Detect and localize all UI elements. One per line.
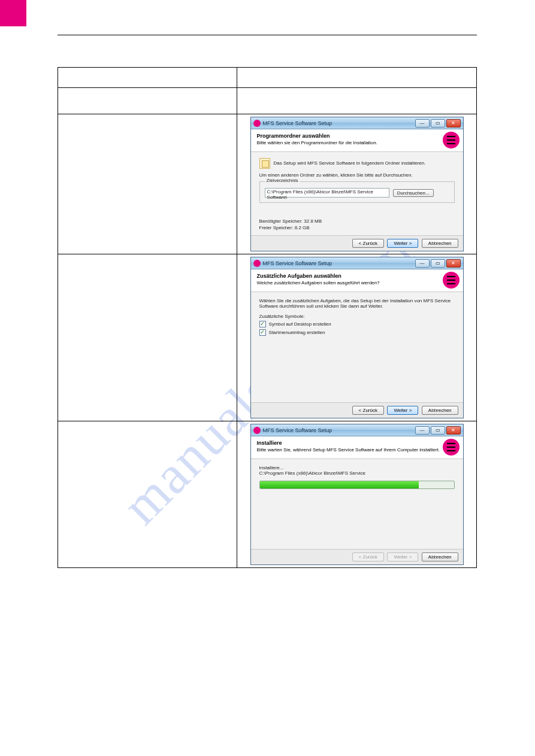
destination-groupbox: Zielverzeichnis C:\Program Files (x86)\A… (259, 181, 455, 203)
desktop-shortcut-checkbox[interactable] (259, 321, 266, 327)
cell-shot-3: MFS Service Software Setup — ▭ ✕ Install… (237, 421, 477, 568)
required-space-label: Benötigter Speicher: (259, 218, 303, 224)
installer-window-2: MFS Service Software Setup — ▭ ✕ Zusätzl… (250, 257, 464, 418)
installer-window-3: MFS Service Software Setup — ▭ ✕ Install… (250, 424, 464, 565)
wizard-body: Installiere... C:\Program Files (x86)\Ab… (251, 459, 463, 549)
cancel-button[interactable]: Abbrechen (422, 406, 458, 415)
desktop-shortcut-label: Symbol auf Desktop erstellen (269, 321, 331, 327)
cancel-button[interactable]: Abbrechen (422, 552, 458, 561)
minimize-button[interactable]: — (415, 119, 430, 127)
wizard-header-subtitle: Welche zusätzlichen Aufgaben sollen ausg… (257, 280, 457, 286)
body-text-2: Um einen anderen Ordner zu wählen, klick… (259, 172, 455, 178)
wizard-button-bar: < Zurück Weiter > Abbrechen (251, 549, 463, 564)
progress-bar (259, 481, 455, 489)
body-text-1: Das Setup wird MFS Service Software in f… (274, 160, 426, 166)
brand-logo-icon (443, 132, 460, 148)
wizard-header-title: Zusätzliche Aufgaben auswählen (257, 273, 457, 279)
folder-icon (259, 158, 270, 169)
next-button[interactable]: Weiter > (387, 406, 418, 415)
titlebar[interactable]: MFS Service Software Setup — ▭ ✕ (251, 424, 463, 436)
page-top-rule (58, 35, 477, 35)
wizard-body: Das Setup wird MFS Service Software in f… (251, 152, 463, 235)
disk-space-info: Benötigter Speicher: 32.8 MB Freier Spei… (259, 218, 455, 230)
wizard-header: Zusätzliche Aufgaben auswählen Welche zu… (251, 269, 463, 292)
wizard-header: Programmordner auswählen Bitte wählen si… (251, 129, 463, 152)
groupbox-label: Zielverzeichnis (265, 178, 300, 183)
wizard-header: Installiere Bitte warten Sie, während Se… (251, 436, 463, 459)
maximize-button[interactable]: ▭ (431, 426, 445, 435)
install-status-path: C:\Program Files (x86)\Abicor Binzel\MFS… (259, 470, 455, 476)
free-space-value: 8.2 GB (295, 225, 310, 230)
cell-desc-1 (58, 114, 237, 254)
wizard-header-subtitle: Bitte wählen sie den Programmordner für … (257, 140, 457, 145)
app-icon (253, 120, 261, 127)
wizard-header-title: Installiere (257, 440, 457, 446)
free-space-label: Freier Speicher: (259, 225, 294, 230)
installer-window-1: MFS Service Software Setup — ▭ ✕ Program… (250, 117, 464, 251)
cell-desc-3 (58, 421, 237, 568)
install-status-label: Installiere... (259, 465, 455, 470)
wizard-body: Wählen Sie die zusätzlichen Aufgaben, di… (251, 292, 463, 402)
cell-blank-2b (237, 88, 477, 114)
next-button: Weiter > (387, 552, 418, 561)
close-button[interactable]: ✕ (446, 426, 461, 435)
browse-button[interactable]: Durchsuchen... (393, 189, 434, 197)
body-text-1: Wählen Sie die zusätzlichen Aufgaben, di… (259, 298, 455, 309)
cell-blank-2a (58, 88, 237, 114)
wizard-button-bar: < Zurück Weiter > Abbrechen (251, 235, 463, 251)
back-button[interactable]: < Zurück (352, 239, 384, 248)
window-title: MFS Service Software Setup (263, 120, 415, 126)
next-button[interactable]: Weiter > (387, 239, 418, 248)
titlebar[interactable]: MFS Service Software Setup — ▭ ✕ (251, 257, 463, 269)
startmenu-entry-label: Startmenueintrag erstellen (269, 330, 325, 335)
checkbox-section-label: Zusätzliche Symbole: (259, 314, 455, 319)
minimize-button[interactable]: — (415, 259, 430, 268)
cancel-button[interactable]: Abbrechen (422, 239, 458, 248)
cell-blank-1b (237, 68, 477, 88)
app-icon (253, 260, 261, 267)
window-title: MFS Service Software Setup (263, 260, 415, 266)
progress-fill (260, 481, 419, 488)
maximize-button[interactable]: ▭ (431, 259, 445, 268)
install-path-field[interactable]: C:\Program Files (x86)\Abicor Binzel\MFS… (265, 188, 389, 198)
cell-blank-1a (58, 68, 237, 88)
back-button: < Zurück (352, 552, 384, 561)
window-title: MFS Service Software Setup (263, 427, 415, 433)
page-corner-tab (0, 0, 26, 26)
brand-logo-icon (443, 439, 460, 456)
app-icon (253, 427, 261, 434)
titlebar[interactable]: MFS Service Software Setup — ▭ ✕ (251, 117, 463, 129)
maximize-button[interactable]: ▭ (431, 119, 445, 127)
required-space-value: 32.8 MB (304, 218, 322, 224)
wizard-header-subtitle: Bitte warten Sie, während Setup MFS Serv… (257, 447, 457, 453)
close-button[interactable]: ✕ (446, 259, 461, 268)
cell-desc-2 (58, 254, 237, 421)
wizard-header-title: Programmordner auswählen (257, 133, 457, 139)
content-table: MFS Service Software Setup — ▭ ✕ Program… (58, 67, 477, 568)
brand-logo-icon (443, 272, 460, 289)
cell-shot-2: MFS Service Software Setup — ▭ ✕ Zusätzl… (237, 254, 477, 421)
minimize-button[interactable]: — (415, 426, 430, 435)
back-button[interactable]: < Zurück (352, 406, 384, 415)
startmenu-entry-checkbox[interactable] (259, 329, 266, 336)
wizard-button-bar: < Zurück Weiter > Abbrechen (251, 402, 463, 418)
close-button[interactable]: ✕ (446, 119, 461, 127)
cell-shot-1: MFS Service Software Setup — ▭ ✕ Program… (237, 114, 477, 254)
